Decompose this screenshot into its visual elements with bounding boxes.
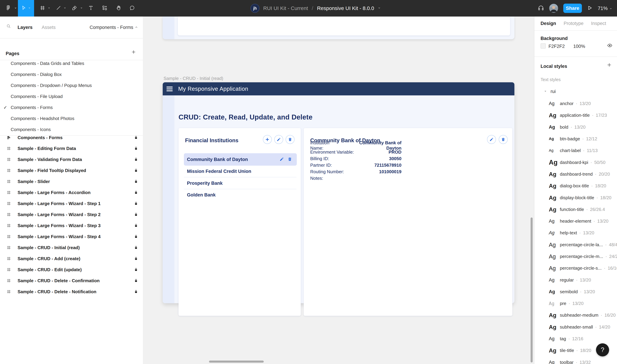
text-style-item[interactable]: Agregular · 13/20 [534, 274, 617, 286]
layer-item[interactable]: Sample - CRUD - Add (create) [0, 253, 143, 264]
layer-item[interactable]: Sample - Validating Form Data [0, 154, 143, 165]
text-style-item[interactable]: Agdashboard-trend · 20/20 [534, 168, 617, 180]
search-icon[interactable] [6, 24, 11, 29]
edit-row-icon[interactable] [280, 157, 284, 162]
page-item[interactable]: Components - Dropdown / Popup Menus [0, 80, 143, 91]
lock-icon[interactable] [129, 224, 143, 227]
add-page-button[interactable] [131, 50, 136, 55]
text-style-item[interactable]: Agbold · 13/20 [534, 121, 617, 133]
layer-item[interactable]: Sample - Editing Form Data [0, 143, 143, 154]
shape-tool-button[interactable] [54, 0, 63, 16]
text-tool-button[interactable] [86, 0, 95, 16]
audio-headphones-icon[interactable] [538, 5, 544, 12]
tab-assets[interactable]: Assets [42, 25, 56, 30]
pen-tool-chevron[interactable] [79, 0, 84, 16]
file-menu-chevron-icon[interactable] [378, 7, 381, 10]
move-tool-button[interactable] [18, 0, 34, 16]
background-opacity-value[interactable]: 100% [573, 44, 585, 49]
frame-sample-crud-initial[interactable]: My Responsive Application CRUD: Create, … [163, 82, 514, 303]
text-style-item[interactable]: Agpre · 13/20 [534, 298, 617, 309]
pen-tool-button[interactable] [70, 0, 79, 16]
lock-icon[interactable] [129, 235, 143, 238]
comment-tool-button[interactable] [127, 0, 137, 16]
lock-icon[interactable] [129, 146, 143, 150]
text-style-item[interactable]: Agbtn-badge · 12/12 [534, 133, 617, 145]
layer-item[interactable]: Sample - CRUD - Delete - Confirmation [0, 275, 143, 286]
text-style-item[interactable]: Agdisplay-block-title · 18/20 [534, 192, 617, 203]
lock-icon[interactable] [129, 257, 143, 260]
page-item[interactable]: Components - Data Grids and Tables [0, 58, 143, 69]
breadcrumb-filename[interactable]: Responsive UI Kit - 8.0.0 [317, 5, 374, 11]
layer-item[interactable]: Sample - Large Forms - Wizard - Step 4 [0, 231, 143, 242]
delete-row-icon[interactable] [288, 157, 292, 162]
current-page-layer-row[interactable]: Components - Forms [0, 132, 143, 143]
lock-icon[interactable] [129, 180, 143, 183]
lock-icon[interactable] [129, 169, 143, 172]
main-menu-button[interactable] [3, 0, 13, 16]
lock-icon[interactable] [129, 157, 143, 161]
add-style-button[interactable] [607, 62, 612, 68]
lock-icon[interactable] [129, 279, 143, 283]
layer-item[interactable]: Sample - Slider [0, 176, 143, 187]
background-hex-value[interactable]: F2F2F2 [549, 44, 565, 49]
frame-above-partial[interactable] [163, 16, 514, 39]
chevron-down-icon[interactable] [28, 7, 31, 10]
page-item[interactable]: Components - Headshot Photos [0, 113, 143, 124]
edit-record-button[interactable] [487, 135, 496, 144]
user-avatar[interactable] [549, 4, 558, 13]
hand-tool-button[interactable] [114, 0, 123, 16]
frame-title-label[interactable]: Sample - CRUD - Initial (read) [164, 76, 223, 81]
horizontal-scrollbar[interactable] [209, 361, 264, 363]
page-item[interactable]: Components - Dialog Box [0, 69, 143, 80]
canvas-viewport[interactable]: Sample - CRUD - Initial (read) My Respon… [143, 16, 534, 364]
vertical-scrollbar[interactable] [531, 218, 533, 363]
text-style-item[interactable]: Agsubheader-medium · 16/20 [534, 309, 617, 321]
background-color-swatch[interactable] [540, 43, 546, 49]
lock-icon[interactable] [129, 191, 143, 195]
page-item[interactable]: ✓Components - Forms [0, 102, 143, 113]
tab-layers[interactable]: Layers [18, 25, 33, 30]
text-style-item[interactable]: Agsemibold · 13/20 [534, 286, 617, 298]
institution-row[interactable]: Prosperity Bank [184, 177, 297, 189]
tab-prototype[interactable]: Prototype [564, 21, 584, 26]
tab-design[interactable]: Design [540, 21, 556, 26]
share-button[interactable]: Share [563, 4, 582, 13]
frame-tool-chevron[interactable] [47, 0, 51, 16]
lock-icon[interactable] [129, 213, 143, 216]
text-style-item[interactable]: Agpercentage-circle-s... · 16/16 [534, 262, 617, 274]
text-style-item[interactable]: Aganchor · 13/20 [534, 98, 617, 109]
layer-item[interactable]: Sample - Large Forms - Wizard - Step 2 [0, 209, 143, 220]
present-play-icon[interactable] [587, 5, 592, 11]
institution-row[interactable]: Community Bank of Dayton [184, 153, 297, 166]
breadcrumb-project[interactable]: RUI UI Kit - Current [263, 5, 308, 11]
layer-item[interactable]: Sample - Large Forms - Wizard - Step 3 [0, 220, 143, 231]
delete-institution-button[interactable] [286, 135, 295, 144]
text-style-item[interactable]: Agpercentage-circle-la... · 48/48 [534, 239, 617, 250]
page-item[interactable]: Components - File Upload [0, 91, 143, 102]
lock-icon[interactable] [129, 290, 143, 294]
lock-icon[interactable] [129, 136, 143, 140]
text-style-item[interactable]: Agtoolbar · 13/32 [534, 356, 617, 364]
text-style-item[interactable]: Agchart-label · 11/13 [534, 145, 617, 156]
main-menu-chevron[interactable] [13, 0, 18, 16]
style-group-rui[interactable]: rui [544, 89, 556, 94]
lock-icon[interactable] [129, 202, 143, 205]
text-style-item[interactable]: Agsubheader-small · 14/20 [534, 321, 617, 333]
lock-icon[interactable] [129, 268, 143, 272]
hamburger-menu-icon[interactable] [167, 87, 173, 91]
edit-institution-button[interactable] [274, 135, 283, 144]
institution-row[interactable]: Golden Bank [184, 189, 297, 201]
lock-icon[interactable] [129, 246, 143, 249]
text-style-item[interactable]: Agtag · 12/16 [534, 333, 617, 345]
tab-inspect[interactable]: Inspect [591, 21, 606, 26]
layer-item[interactable]: Sample - CRUD - Initial (read) [0, 242, 143, 253]
text-style-item[interactable]: Agapplication-title · 17/23 [534, 109, 617, 121]
shape-tool-chevron[interactable] [63, 0, 67, 16]
visibility-eye-icon[interactable] [607, 43, 613, 49]
layer-item[interactable]: Sample - CRUD - Edit (update) [0, 264, 143, 275]
frame-tool-button[interactable] [38, 0, 47, 16]
help-button[interactable]: ? [596, 343, 609, 356]
org-avatar[interactable]: jh [250, 4, 259, 13]
delete-record-button[interactable] [499, 135, 508, 144]
add-institution-button[interactable] [263, 135, 272, 144]
